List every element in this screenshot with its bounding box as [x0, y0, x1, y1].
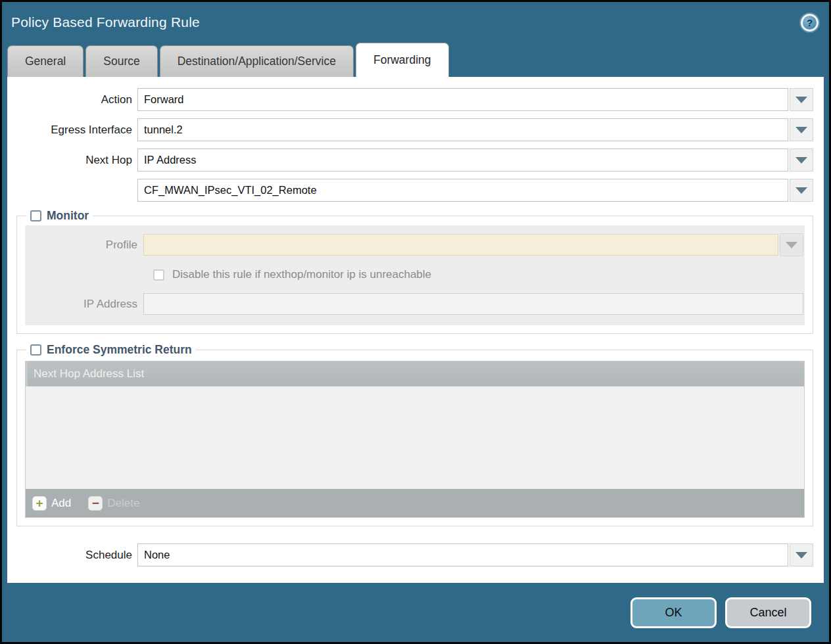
- schedule-field: [137, 543, 813, 566]
- monitor-ip-address-label: IP Address: [25, 298, 143, 311]
- monitor-checkbox[interactable]: [30, 210, 41, 221]
- profile-dropdown-button: [780, 233, 803, 256]
- add-button[interactable]: + Add: [32, 496, 71, 511]
- monitor-legend: Monitor: [26, 209, 93, 223]
- next-hop-type-field: [137, 149, 813, 172]
- tab-source[interactable]: Source: [85, 45, 157, 77]
- chevron-down-icon: [795, 187, 807, 194]
- disable-rule-label: Disable this rule if nexthop/monitor ip …: [172, 268, 431, 281]
- action-label: Action: [9, 93, 137, 106]
- next-hop-address-list-header: Next Hop Address List: [26, 361, 804, 386]
- monitor-ip-address-input: [143, 293, 803, 315]
- egress-interface-row: Egress Interface: [9, 118, 813, 141]
- next-hop-address-row: [9, 179, 813, 202]
- chevron-down-icon: [795, 157, 807, 164]
- disable-rule-checkbox: [153, 269, 164, 281]
- chevron-down-icon: [786, 242, 797, 248]
- monitor-ip-address-row: IP Address: [25, 293, 803, 315]
- next-hop-address-list-table: Next Hop Address List + Add − Delete: [25, 361, 805, 518]
- egress-interface-dropdown-button[interactable]: [790, 118, 813, 141]
- tab-content-forwarding: Action Egress Interface Next Hop: [7, 77, 824, 583]
- symmetric-return-checkbox[interactable]: [30, 344, 41, 356]
- delete-button: − Delete: [88, 496, 139, 511]
- schedule-input[interactable]: [137, 543, 788, 566]
- next-hop-type-dropdown-button[interactable]: [790, 149, 813, 172]
- plus-icon: +: [36, 497, 43, 509]
- next-hop-address-input[interactable]: [137, 179, 788, 202]
- pbf-rule-dialog: Policy Based Forwarding Rule ? General S…: [0, 0, 831, 644]
- minus-icon: −: [92, 497, 99, 509]
- next-hop-address-field: [137, 179, 813, 202]
- egress-interface-label: Egress Interface: [9, 124, 137, 137]
- tab-strip: General Source Destination/Application/S…: [2, 43, 829, 77]
- symmetric-return-legend-label: Enforce Symmetric Return: [47, 343, 192, 357]
- dialog-footer: OK Cancel: [2, 583, 829, 642]
- next-hop-type-input[interactable]: [137, 149, 788, 172]
- ok-button[interactable]: OK: [630, 597, 717, 628]
- dialog-titlebar: Policy Based Forwarding Rule ?: [2, 2, 829, 43]
- dialog-title: Policy Based Forwarding Rule: [11, 14, 200, 30]
- symmetric-return-legend: Enforce Symmetric Return: [26, 343, 196, 357]
- chevron-down-icon: [795, 97, 807, 103]
- tab-forwarding[interactable]: Forwarding: [356, 43, 449, 77]
- monitor-legend-label: Monitor: [47, 209, 89, 223]
- next-hop-address-dropdown-button[interactable]: [790, 179, 813, 202]
- help-icon[interactable]: ?: [801, 14, 819, 32]
- tab-destination-application-service[interactable]: Destination/Application/Service: [160, 45, 354, 77]
- schedule-label: Schedule: [9, 549, 137, 562]
- action-field: [137, 88, 813, 111]
- next-hop-label: Next Hop: [9, 154, 137, 167]
- monitor-panel: Profile Disable this rule if nexthop/mon…: [25, 225, 805, 325]
- profile-row: Profile: [25, 233, 803, 256]
- monitor-fieldset: Monitor Profile Disable this rule if nex…: [16, 209, 813, 334]
- chevron-down-icon: [795, 552, 807, 559]
- profile-input: [143, 234, 778, 256]
- symmetric-return-fieldset: Enforce Symmetric Return Next Hop Addres…: [16, 343, 813, 526]
- chevron-down-icon: [795, 127, 807, 133]
- disable-rule-row: Disable this rule if nexthop/monitor ip …: [153, 268, 803, 281]
- add-button-label: Add: [51, 497, 71, 510]
- next-hop-address-list-toolbar: + Add − Delete: [26, 489, 804, 517]
- profile-label: Profile: [25, 239, 143, 252]
- cancel-button[interactable]: Cancel: [725, 597, 811, 628]
- egress-interface-input[interactable]: [137, 118, 788, 141]
- next-hop-address-list-body[interactable]: [26, 386, 804, 489]
- schedule-dropdown-button[interactable]: [790, 543, 813, 566]
- next-hop-row: Next Hop: [9, 149, 813, 172]
- egress-interface-field: [137, 118, 813, 141]
- tab-general[interactable]: General: [7, 45, 83, 77]
- action-row: Action: [9, 88, 813, 111]
- delete-button-label: Delete: [107, 497, 139, 510]
- action-dropdown-button[interactable]: [790, 88, 813, 111]
- schedule-row: Schedule: [9, 543, 813, 566]
- action-input[interactable]: [137, 88, 788, 111]
